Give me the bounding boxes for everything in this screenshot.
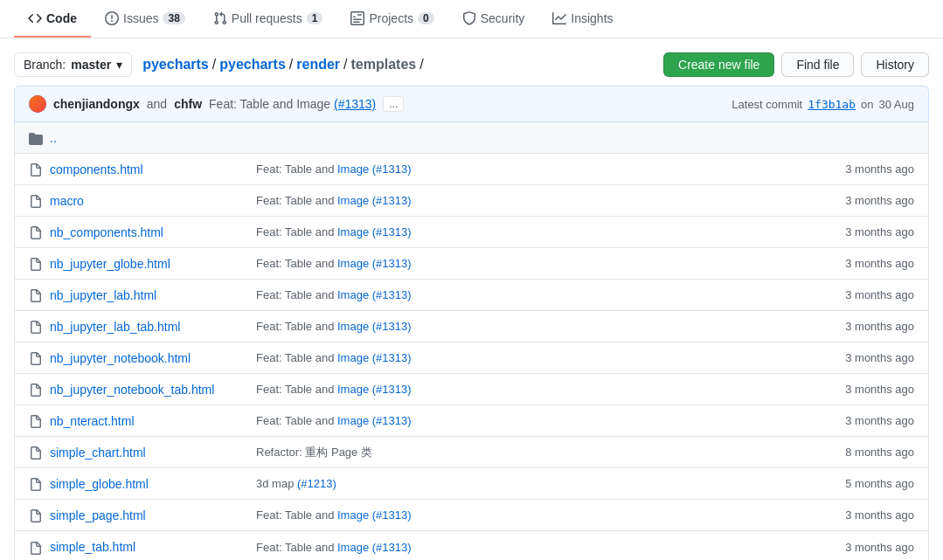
file-pr-link[interactable]: (#1313) — [372, 194, 412, 207]
breadcrumb-part-1[interactable]: pyecharts — [219, 57, 286, 73]
file-age: 3 months ago — [809, 541, 914, 554]
issues-icon — [105, 10, 119, 25]
file-commit-link[interactable]: Image — [337, 383, 369, 396]
file-name-link[interactable]: nb_jupyter_notebook_tab.html — [50, 383, 214, 397]
file-name: nb_jupyter_globe.html — [50, 257, 242, 271]
file-name-link[interactable]: simple_chart.html — [50, 446, 146, 460]
file-pr-link[interactable]: (#1313) — [372, 320, 412, 333]
file-commit-link[interactable]: Image — [337, 257, 369, 270]
commit-bar: chenjiandongx and chfw Feat: Table and I… — [14, 86, 929, 122]
breadcrumb-sep-2: / — [343, 57, 347, 73]
file-pr-link[interactable]: (#1313) — [372, 508, 412, 522]
tab-projects[interactable]: Projects 0 — [336, 0, 447, 38]
file-name-link[interactable]: nb_components.html — [50, 225, 163, 239]
history-button[interactable]: History — [861, 52, 929, 77]
file-name-link[interactable]: macro — [50, 194, 84, 208]
file-commit-link[interactable]: Image — [337, 194, 369, 207]
find-file-button[interactable]: Find file — [781, 52, 854, 77]
file-icon — [29, 225, 43, 239]
tab-pull-requests[interactable]: Pull requests 1 — [199, 0, 337, 38]
file-pr-link[interactable]: (#1313) — [372, 383, 412, 396]
chevron-down-icon: ▾ — [116, 58, 122, 72]
file-name: macro — [50, 194, 242, 208]
file-icon — [29, 477, 43, 491]
file-pr-link[interactable]: (#1313) — [372, 288, 412, 301]
file-pr-link[interactable]: (#1313) — [372, 541, 412, 554]
tab-code[interactable]: Code — [14, 0, 91, 38]
pr-badge: 1 — [307, 12, 323, 24]
file-icon — [29, 351, 43, 365]
table-row: simple_tab.html Feat: Table and Image (#… — [15, 531, 928, 560]
file-commit-link[interactable]: Image — [337, 541, 369, 554]
commit-coauthor[interactable]: chfw — [174, 97, 202, 111]
file-commit-link[interactable]: Image — [337, 508, 369, 522]
file-commit-link[interactable]: Image — [337, 414, 369, 427]
table-row: macro Feat: Table and Image (#1313) 3 mo… — [15, 185, 928, 217]
parent-dir-link[interactable]: .. — [50, 131, 57, 145]
tab-code-label: Code — [46, 11, 77, 25]
file-pr-link[interactable]: (#1313) — [372, 225, 412, 239]
breadcrumb-trailing-sep: / — [419, 57, 423, 73]
file-name-link[interactable]: simple_page.html — [50, 508, 146, 522]
file-name-link[interactable]: nb_jupyter_lab_tab.html — [50, 320, 180, 334]
table-row: nb_jupyter_lab_tab.html Feat: Table and … — [15, 311, 928, 342]
file-icon — [29, 508, 43, 522]
breadcrumb-sep-0: / — [212, 57, 216, 73]
file-commit-msg: Feat: Table and Image (#1313) — [242, 351, 809, 364]
file-commit-link[interactable]: Image — [337, 288, 369, 301]
file-name: nb_jupyter_notebook.html — [50, 351, 242, 365]
create-new-file-button[interactable]: Create new file — [663, 52, 774, 77]
breadcrumb-part-2[interactable]: render — [296, 57, 340, 73]
latest-commit-text: Latest commit — [732, 98, 802, 111]
file-commit-link[interactable]: (#1213) — [297, 477, 336, 490]
pr-icon — [213, 10, 227, 25]
commit-pr-link[interactable]: (#1313) — [334, 97, 376, 111]
file-pr-link[interactable]: (#1313) — [372, 257, 412, 270]
commit-message: Feat: Table and Image (#1313) — [209, 97, 376, 111]
file-commit-msg: Feat: Table and Image (#1313) — [242, 414, 809, 427]
file-age: 3 months ago — [809, 320, 914, 333]
tab-security[interactable]: Security — [448, 0, 539, 38]
file-name-link[interactable]: nb_jupyter_lab.html — [50, 288, 156, 302]
security-icon — [462, 10, 476, 25]
file-commit-link[interactable]: Image — [337, 320, 369, 333]
file-pr-link[interactable]: (#1313) — [372, 414, 412, 427]
file-icon — [29, 257, 43, 271]
table-row: nb_jupyter_lab.html Feat: Table and Imag… — [15, 280, 928, 311]
file-icon — [29, 383, 43, 397]
code-icon — [28, 10, 42, 25]
breadcrumb-sep-1: / — [289, 57, 293, 73]
file-name-link[interactable]: simple_tab.html — [50, 540, 135, 554]
file-name: nb_jupyter_lab_tab.html — [50, 320, 242, 334]
breadcrumb-part-0[interactable]: pyecharts — [142, 57, 209, 73]
file-age: 3 months ago — [809, 383, 914, 396]
table-row: simple_chart.html Refactor: 重构 Page 类 8 … — [15, 437, 928, 468]
tab-pr-label: Pull requests — [232, 11, 302, 25]
file-commit-msg: Feat: Table and Image (#1313) — [242, 225, 809, 239]
table-row: nb_jupyter_notebook_tab.html Feat: Table… — [15, 374, 928, 405]
file-commit-link[interactable]: Image — [337, 162, 369, 176]
file-icon — [29, 446, 43, 460]
file-name-link[interactable]: components.html — [50, 162, 143, 176]
file-commit-link[interactable]: Image — [337, 351, 369, 364]
branch-name: master — [71, 58, 111, 72]
file-name: nb_jupyter_notebook_tab.html — [50, 383, 242, 397]
file-name-link[interactable]: simple_globe.html — [50, 477, 149, 491]
file-age: 3 months ago — [809, 351, 914, 364]
tab-issues[interactable]: Issues 38 — [91, 0, 199, 38]
parent-dir-label[interactable]: .. — [50, 131, 242, 145]
file-pr-link[interactable]: (#1313) — [372, 162, 412, 176]
commit-username[interactable]: chenjiandongx — [53, 97, 140, 111]
file-name-link[interactable]: nb_jupyter_notebook.html — [50, 351, 191, 365]
commit-more-button[interactable]: ... — [383, 96, 404, 112]
file-age: 8 months ago — [809, 446, 914, 459]
file-name-link[interactable]: nb_nteract.html — [50, 414, 135, 428]
tab-insights[interactable]: Insights — [538, 0, 627, 38]
file-pr-link[interactable]: (#1313) — [372, 351, 412, 364]
branch-selector[interactable]: Branch: master ▾ — [14, 52, 132, 77]
file-rows: components.html Feat: Table and Image (#… — [15, 154, 928, 560]
file-name-link[interactable]: nb_jupyter_globe.html — [50, 257, 170, 271]
commit-hash-link[interactable]: 1f3b1ab — [808, 98, 856, 111]
folder-up-icon — [29, 131, 43, 145]
file-commit-link[interactable]: Image — [337, 225, 369, 239]
